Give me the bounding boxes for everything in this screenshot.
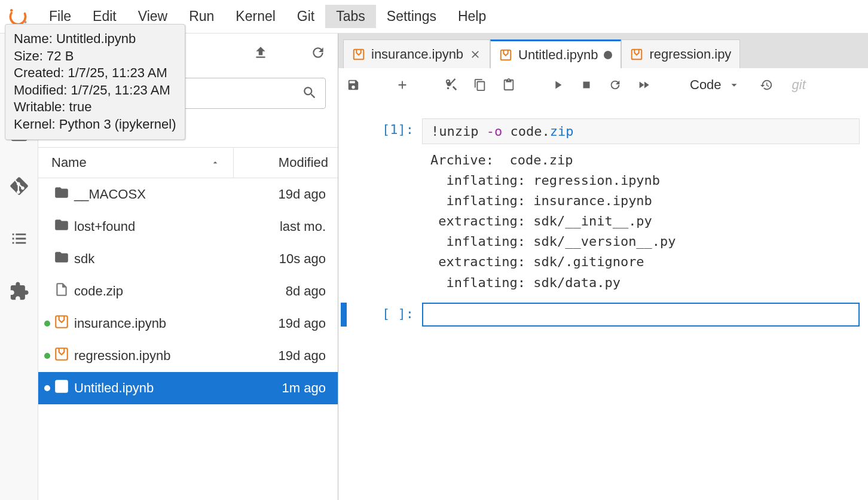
file-list-header: Name Modified [38,147,338,178]
notebook-icon [352,48,365,61]
menu-run[interactable]: Run [178,5,225,28]
svg-point-1 [10,8,13,11]
cells-container: [1]: !unzip -o code.zip Archive: code.zi… [338,102,868,500]
file-modified: last mo. [242,219,332,234]
tab-label: Untitled.ipynb [518,47,598,63]
tab-label: regression.ipy [649,47,731,62]
file-row[interactable]: Untitled.ipynb1m ago [38,372,338,404]
tab[interactable]: Untitled.ipynb [490,39,621,68]
cell-1-prompt: [1]: [350,118,422,297]
notebook-icon [54,379,74,398]
menu-git[interactable]: Git [286,5,325,28]
extensions-panel-icon[interactable] [9,281,29,301]
search-icon [302,85,317,100]
svg-point-2 [25,21,27,23]
menu-settings[interactable]: Settings [376,5,447,28]
folder-icon [54,217,74,236]
run-icon[interactable] [551,78,564,92]
folder-icon [54,185,74,204]
file-modified: 1m ago [242,380,332,396]
status-dot [44,321,50,327]
git-panel-icon[interactable] [9,176,29,196]
menu-kernel[interactable]: Kernel [225,5,286,28]
header-name-column[interactable]: Name [38,148,234,178]
file-row[interactable]: regression.ipynb19d ago [38,340,338,372]
header-modified-column[interactable]: Modified [234,148,338,178]
tab-strip: insurance.ipynbUntitled.ipynbregression.… [338,33,868,68]
tab-label: insurance.ipynb [371,47,463,62]
upload-icon[interactable] [253,45,268,60]
file-modified: 19d ago [242,348,332,364]
history-icon[interactable] [760,78,773,92]
notebook-icon [630,48,643,61]
paste-icon[interactable] [502,78,515,92]
file-row[interactable]: __MACOSX19d ago [38,178,338,211]
file-name: code.zip [74,283,242,299]
cell-2-prompt: [ ]: [350,303,422,327]
git-label: git [792,77,806,93]
file-list: __MACOSX19d agolost+foundlast mo.sdk10s … [38,178,338,500]
file-modified: 19d ago [242,187,332,202]
file-name: regression.ipynb [74,348,242,364]
file-name: __MACOSX [74,187,242,202]
folder-icon [54,249,74,269]
file-name: insurance.ipynb [74,316,242,331]
file-info-tooltip: Name: Untitled.ipynb Size: 72 B Created:… [5,24,185,140]
status-dot [44,353,50,359]
file-modified: 10s ago [242,251,332,267]
copy-icon[interactable] [473,78,487,92]
file-row[interactable]: sdk10s ago [38,243,338,275]
tab[interactable]: regression.ipy [621,39,740,68]
menu-tabs[interactable]: Tabs [325,5,376,28]
restart-icon[interactable] [609,78,622,92]
notebook-icon [54,346,74,365]
cut-icon[interactable] [445,78,458,92]
refresh-icon[interactable] [310,45,326,60]
unsaved-indicator [604,51,612,59]
file-row[interactable]: lost+foundlast mo. [38,211,338,243]
cell-1[interactable]: [1]: !unzip -o code.zip Archive: code.zi… [338,118,868,303]
cell-1-code[interactable]: !unzip -o code.zip [422,118,860,144]
cell-1-output: Archive: code.zip inflating: regression.… [422,144,860,297]
menu-help[interactable]: Help [447,5,497,28]
file-row[interactable]: code.zip8d ago [38,275,338,307]
cell-2-code[interactable] [422,303,860,327]
file-modified: 19d ago [242,316,332,331]
file-icon [54,282,74,301]
notebook-toolbar: Code git [338,68,868,102]
notebook-icon [54,314,74,333]
file-name: sdk [74,251,242,267]
file-row[interactable]: insurance.ipynb19d ago [38,307,338,340]
chevron-down-icon [728,78,741,92]
file-name: Untitled.ipynb [74,380,242,396]
notebook-area: insurance.ipynbUntitled.ipynbregression.… [338,33,868,500]
file-modified: 8d ago [242,283,332,299]
status-dot [44,385,50,391]
cell-type-select[interactable]: Code [686,76,744,94]
toc-panel-icon[interactable] [9,228,29,249]
cell-2[interactable]: [ ]: [338,303,868,333]
save-icon[interactable] [347,78,360,92]
sort-asc-icon [210,158,220,167]
tab[interactable]: insurance.ipynb [343,39,490,68]
fast-forward-icon[interactable] [637,78,650,92]
notebook-icon [499,48,512,62]
stop-icon[interactable] [580,78,593,92]
close-icon[interactable] [469,48,481,60]
add-cell-icon[interactable] [396,78,409,92]
file-name: lost+found [74,219,242,234]
